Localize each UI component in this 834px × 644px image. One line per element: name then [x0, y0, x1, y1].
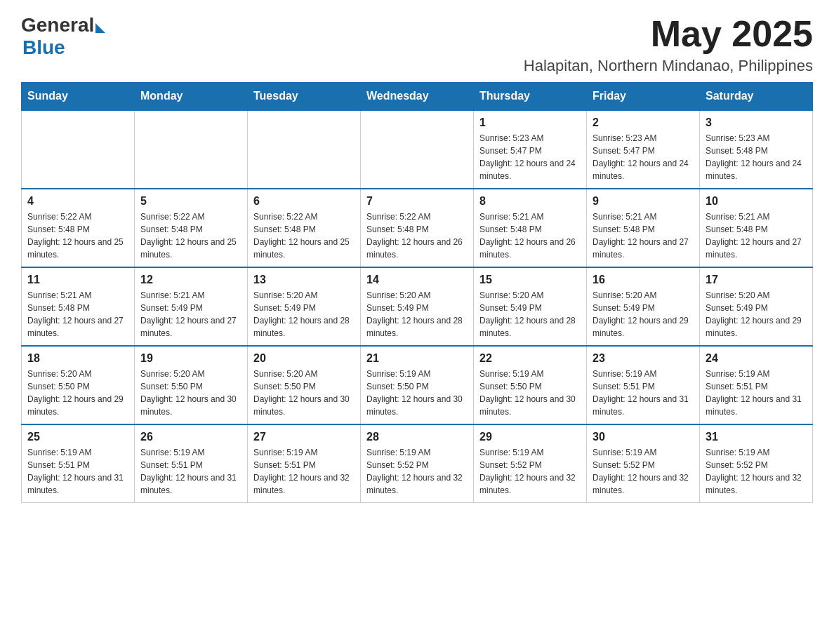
day-info: Sunrise: 5:19 AMSunset: 5:52 PMDaylight:… [366, 446, 468, 497]
day-info: Sunrise: 5:20 AMSunset: 5:49 PMDaylight:… [366, 289, 468, 340]
day-number: 16 [593, 274, 694, 286]
day-number: 27 [253, 431, 355, 443]
day-number: 30 [593, 431, 694, 443]
calendar-cell: 15Sunrise: 5:20 AMSunset: 5:49 PMDayligh… [474, 267, 587, 346]
day-info: Sunrise: 5:21 AMSunset: 5:48 PMDaylight:… [706, 210, 807, 261]
logo-blue-text: Blue [22, 36, 65, 59]
day-number: 11 [27, 274, 128, 286]
calendar-cell: 13Sunrise: 5:20 AMSunset: 5:49 PMDayligh… [248, 267, 361, 346]
calendar-cell [22, 110, 135, 189]
day-number: 5 [140, 195, 241, 208]
calendar-cell: 2Sunrise: 5:23 AMSunset: 5:47 PMDaylight… [587, 110, 700, 189]
calendar-cell: 4Sunrise: 5:22 AMSunset: 5:48 PMDaylight… [22, 189, 135, 267]
day-info: Sunrise: 5:22 AMSunset: 5:48 PMDaylight:… [253, 210, 355, 261]
day-number: 10 [706, 195, 807, 208]
day-info: Sunrise: 5:20 AMSunset: 5:49 PMDaylight:… [479, 289, 581, 340]
calendar-cell [135, 110, 248, 189]
day-info: Sunrise: 5:19 AMSunset: 5:51 PMDaylight:… [27, 446, 128, 497]
calendar-cell: 14Sunrise: 5:20 AMSunset: 5:49 PMDayligh… [361, 267, 474, 346]
day-info: Sunrise: 5:21 AMSunset: 5:49 PMDaylight:… [140, 289, 241, 340]
day-number: 23 [593, 352, 694, 365]
calendar-cell: 8Sunrise: 5:21 AMSunset: 5:48 PMDaylight… [474, 189, 587, 267]
calendar-cell: 5Sunrise: 5:22 AMSunset: 5:48 PMDaylight… [135, 189, 248, 267]
weekday-header-friday: Friday [587, 83, 700, 111]
logo: General Blue [21, 14, 105, 59]
calendar-cell: 29Sunrise: 5:19 AMSunset: 5:52 PMDayligh… [474, 424, 587, 503]
day-info: Sunrise: 5:19 AMSunset: 5:51 PMDaylight:… [593, 368, 694, 418]
calendar-cell: 25Sunrise: 5:19 AMSunset: 5:51 PMDayligh… [22, 424, 135, 503]
day-number: 12 [140, 274, 241, 286]
calendar-cell: 31Sunrise: 5:19 AMSunset: 5:52 PMDayligh… [700, 424, 813, 503]
day-number: 2 [593, 116, 694, 129]
day-number: 20 [253, 352, 355, 365]
month-year-title: May 2025 [524, 14, 813, 54]
weekday-header-sunday: Sunday [22, 83, 135, 111]
logo-triangle-icon [95, 23, 105, 33]
day-info: Sunrise: 5:20 AMSunset: 5:50 PMDaylight:… [253, 368, 355, 418]
calendar-week-4: 18Sunrise: 5:20 AMSunset: 5:50 PMDayligh… [22, 346, 813, 424]
calendar-week-2: 4Sunrise: 5:22 AMSunset: 5:48 PMDaylight… [22, 189, 813, 267]
day-number: 15 [479, 274, 581, 286]
day-number: 9 [593, 195, 694, 208]
day-info: Sunrise: 5:22 AMSunset: 5:48 PMDaylight:… [366, 210, 468, 261]
calendar-cell: 6Sunrise: 5:22 AMSunset: 5:48 PMDaylight… [248, 189, 361, 267]
day-info: Sunrise: 5:23 AMSunset: 5:47 PMDaylight:… [593, 132, 694, 182]
day-info: Sunrise: 5:22 AMSunset: 5:48 PMDaylight:… [140, 210, 241, 261]
weekday-header-wednesday: Wednesday [361, 83, 474, 111]
day-info: Sunrise: 5:19 AMSunset: 5:52 PMDaylight:… [479, 446, 581, 497]
day-info: Sunrise: 5:20 AMSunset: 5:50 PMDaylight:… [27, 368, 128, 418]
calendar-cell: 30Sunrise: 5:19 AMSunset: 5:52 PMDayligh… [587, 424, 700, 503]
day-info: Sunrise: 5:19 AMSunset: 5:51 PMDaylight:… [253, 446, 355, 497]
location-subtitle: Halapitan, Northern Mindanao, Philippine… [524, 57, 813, 75]
day-info: Sunrise: 5:21 AMSunset: 5:48 PMDaylight:… [479, 210, 581, 261]
calendar-cell: 21Sunrise: 5:19 AMSunset: 5:50 PMDayligh… [361, 346, 474, 424]
day-number: 31 [706, 431, 807, 443]
day-number: 14 [366, 274, 468, 286]
weekday-header-tuesday: Tuesday [248, 83, 361, 111]
calendar-cell: 24Sunrise: 5:19 AMSunset: 5:51 PMDayligh… [700, 346, 813, 424]
day-info: Sunrise: 5:19 AMSunset: 5:50 PMDaylight:… [366, 368, 468, 418]
calendar-header-row: SundayMondayTuesdayWednesdayThursdayFrid… [22, 83, 813, 111]
day-number: 19 [140, 352, 241, 365]
calendar-cell: 12Sunrise: 5:21 AMSunset: 5:49 PMDayligh… [135, 267, 248, 346]
day-number: 3 [706, 116, 807, 129]
logo-general-text: General [21, 14, 94, 36]
day-number: 17 [706, 274, 807, 286]
day-number: 8 [479, 195, 581, 208]
calendar-cell [361, 110, 474, 189]
weekday-header-thursday: Thursday [474, 83, 587, 111]
title-section: May 2025 Halapitan, Northern Mindanao, P… [524, 14, 813, 75]
calendar-cell [248, 110, 361, 189]
day-number: 29 [479, 431, 581, 443]
calendar-cell: 9Sunrise: 5:21 AMSunset: 5:48 PMDaylight… [587, 189, 700, 267]
calendar-cell: 22Sunrise: 5:19 AMSunset: 5:50 PMDayligh… [474, 346, 587, 424]
day-info: Sunrise: 5:19 AMSunset: 5:52 PMDaylight:… [593, 446, 694, 497]
calendar-cell: 19Sunrise: 5:20 AMSunset: 5:50 PMDayligh… [135, 346, 248, 424]
day-info: Sunrise: 5:21 AMSunset: 5:48 PMDaylight:… [27, 289, 128, 340]
day-info: Sunrise: 5:23 AMSunset: 5:47 PMDaylight:… [479, 132, 581, 182]
day-number: 24 [706, 352, 807, 365]
calendar-cell: 11Sunrise: 5:21 AMSunset: 5:48 PMDayligh… [22, 267, 135, 346]
day-number: 28 [366, 431, 468, 443]
calendar-cell: 10Sunrise: 5:21 AMSunset: 5:48 PMDayligh… [700, 189, 813, 267]
day-info: Sunrise: 5:20 AMSunset: 5:49 PMDaylight:… [253, 289, 355, 340]
calendar-cell: 18Sunrise: 5:20 AMSunset: 5:50 PMDayligh… [22, 346, 135, 424]
weekday-header-saturday: Saturday [700, 83, 813, 111]
day-number: 18 [27, 352, 128, 365]
calendar-week-1: 1Sunrise: 5:23 AMSunset: 5:47 PMDaylight… [22, 110, 813, 189]
day-number: 13 [253, 274, 355, 286]
calendar-cell: 16Sunrise: 5:20 AMSunset: 5:49 PMDayligh… [587, 267, 700, 346]
day-info: Sunrise: 5:20 AMSunset: 5:49 PMDaylight:… [593, 289, 694, 340]
day-info: Sunrise: 5:23 AMSunset: 5:48 PMDaylight:… [706, 132, 807, 182]
calendar-cell: 20Sunrise: 5:20 AMSunset: 5:50 PMDayligh… [248, 346, 361, 424]
day-info: Sunrise: 5:19 AMSunset: 5:51 PMDaylight:… [706, 368, 807, 418]
day-number: 7 [366, 195, 468, 208]
day-info: Sunrise: 5:19 AMSunset: 5:52 PMDaylight:… [706, 446, 807, 497]
weekday-header-monday: Monday [135, 83, 248, 111]
day-number: 4 [27, 195, 128, 208]
calendar-cell: 26Sunrise: 5:19 AMSunset: 5:51 PMDayligh… [135, 424, 248, 503]
day-number: 25 [27, 431, 128, 443]
day-info: Sunrise: 5:19 AMSunset: 5:50 PMDaylight:… [479, 368, 581, 418]
day-number: 21 [366, 352, 468, 365]
day-info: Sunrise: 5:20 AMSunset: 5:50 PMDaylight:… [140, 368, 241, 418]
